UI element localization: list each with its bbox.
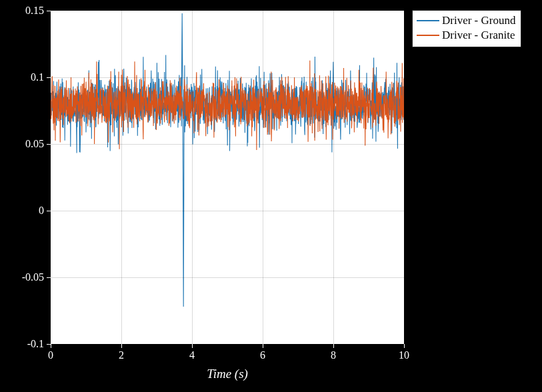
x-tick-label: 4 <box>189 349 195 361</box>
legend: Driver - Ground Driver - Granite <box>412 10 521 47</box>
legend-label-2: Driver - Granite <box>442 28 515 43</box>
y-tick-label: 0.15 <box>25 5 44 17</box>
x-tick-label: 0 <box>48 349 53 361</box>
x-tick-label: 6 <box>260 349 265 361</box>
y-tick-label: 0.05 <box>25 138 44 150</box>
legend-swatch-1 <box>417 20 439 21</box>
y-tick-label: -0.1 <box>27 338 44 350</box>
x-tick-label: 10 <box>399 349 409 361</box>
y-tick-label: -0.05 <box>22 271 44 283</box>
legend-item-1: Driver - Ground <box>417 13 515 28</box>
legend-swatch-2 <box>417 35 439 36</box>
x-tick-label: 8 <box>331 349 336 361</box>
y-tick-label: 0.1 <box>31 71 44 83</box>
plot-area: Time (s) Output(V) 0246810-0.1-0.0500.05… <box>50 10 405 345</box>
y-tick-label: 0 <box>39 205 44 217</box>
legend-label-1: Driver - Ground <box>442 13 515 28</box>
chart-traces <box>51 11 404 344</box>
x-axis-label: Time (s) <box>207 367 248 381</box>
x-tick-label: 2 <box>119 349 124 361</box>
legend-item-2: Driver - Granite <box>417 28 515 43</box>
series-driver-ground <box>51 13 404 307</box>
